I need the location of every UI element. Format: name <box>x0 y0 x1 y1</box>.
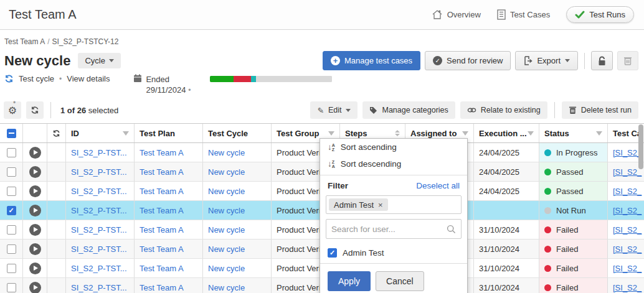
bullet: • <box>4 96 644 107</box>
filter-icon[interactable] <box>328 131 334 136</box>
test-run-id-link[interactable]: SI_S2_P-TST... <box>71 283 127 292</box>
select-all-checkbox[interactable] <box>7 129 16 138</box>
vertical-scrollbar[interactable] <box>638 124 643 169</box>
run-test-icon[interactable] <box>29 166 41 178</box>
run-test-icon[interactable] <box>29 205 41 216</box>
test-plan-link[interactable]: Test Team A <box>140 283 184 292</box>
status-label: Passed <box>556 187 583 196</box>
header-test-cycle[interactable]: Test Cycle <box>203 124 272 142</box>
header-id[interactable]: ID <box>66 124 135 142</box>
test-case-link[interactable]: [SI_S2_ <box>613 264 642 273</box>
run-test-icon[interactable] <box>29 243 41 255</box>
tab-test-runs[interactable]: Test Runs <box>566 6 634 23</box>
progress-bar <box>210 76 332 82</box>
test-cycle-link[interactable]: New cycle <box>208 244 245 254</box>
sort-ascending-item[interactable]: ↓AZ Sort ascending <box>320 139 467 156</box>
test-cycle-link[interactable]: New cycle <box>208 187 245 196</box>
test-run-id-link[interactable]: SI_S2_P-TST... <box>71 244 127 254</box>
user-search-input[interactable] <box>331 225 447 234</box>
filter-icon[interactable] <box>596 131 602 136</box>
row-checkbox[interactable] <box>7 148 16 157</box>
breadcrumb-current[interactable]: SI_S2_P-TSTCY-12 <box>52 37 119 46</box>
test-plan-link[interactable]: Test Team A <box>140 206 184 215</box>
sort-icon[interactable] <box>395 130 400 136</box>
meta-row: Test cycle • View details Ended 29/11/20… <box>0 70 644 96</box>
select-all-cell[interactable] <box>0 124 23 142</box>
row-checkbox[interactable] <box>7 167 16 177</box>
title-row: New cycle Cycle + Manage test cases ✓ Se… <box>0 46 644 70</box>
tab-overview[interactable]: Overview <box>432 9 481 20</box>
send-for-review-label: Send for review <box>447 56 503 65</box>
breadcrumb-root[interactable]: Test Team A <box>4 37 45 46</box>
header-test-plan[interactable]: Test Plan <box>135 124 203 142</box>
manage-categories-label: Manage categories <box>382 106 448 114</box>
test-run-id-link[interactable]: SI_S2_P-TST... <box>71 167 127 177</box>
cancel-button[interactable]: Cancel <box>376 271 424 291</box>
test-cycle-link[interactable]: New cycle <box>208 148 245 157</box>
test-case-link[interactable]: [SI_S2_ <box>613 244 642 254</box>
test-case-link[interactable]: [SI_S2_ <box>613 283 642 292</box>
test-run-id-link[interactable]: SI_S2_P-TST... <box>71 187 127 196</box>
send-for-review-button[interactable]: ✓ Send for review <box>425 51 511 70</box>
filter-icon[interactable] <box>528 131 534 136</box>
row-checkbox[interactable] <box>7 283 16 292</box>
tab-test-cases[interactable]: Test Cases <box>497 9 550 20</box>
row-checkbox[interactable] <box>7 225 16 235</box>
row-checkbox[interactable] <box>7 264 16 273</box>
cycle-type-button[interactable]: Cycle <box>78 53 121 68</box>
user-option-label: Admin Test <box>343 248 384 258</box>
manage-test-cases-button[interactable]: + Manage test cases <box>323 51 420 70</box>
test-plan-link[interactable]: Test Team A <box>140 225 184 235</box>
test-case-link[interactable]: [SI_S2_ <box>613 148 642 157</box>
run-test-icon[interactable] <box>29 282 41 293</box>
row-checkbox[interactable] <box>7 206 16 215</box>
status-dot <box>544 149 551 156</box>
test-run-id-link[interactable]: SI_S2_P-TST... <box>71 225 127 235</box>
header-status[interactable]: Status <box>539 124 608 142</box>
run-test-icon[interactable] <box>29 147 41 159</box>
test-plan-link[interactable]: Test Team A <box>140 187 184 196</box>
status-dot <box>544 226 551 233</box>
test-case-link[interactable]: [SI_S2_ <box>613 187 642 196</box>
test-cycle-link[interactable]: New cycle <box>208 283 245 292</box>
view-details-link[interactable]: View details <box>67 74 110 83</box>
filter-icon[interactable] <box>123 131 129 136</box>
test-plan-link[interactable]: Test Team A <box>140 264 184 273</box>
test-cycle-link[interactable]: New cycle <box>208 167 245 177</box>
test-case-link[interactable]: [SI_S2_ <box>613 167 642 177</box>
deselect-all-link[interactable]: Deselect all <box>416 181 460 190</box>
sort-descending-icon: ↓ZA <box>328 159 335 169</box>
test-case-link[interactable]: [SI_S2_ <box>613 206 642 215</box>
test-run-id-link[interactable]: SI_S2_P-TST... <box>71 148 127 157</box>
test-cycle-link[interactable]: New cycle <box>208 206 245 215</box>
run-test-icon[interactable] <box>29 185 41 197</box>
test-cycle-link[interactable]: New cycle <box>208 225 245 235</box>
user-option-checkbox[interactable] <box>328 248 337 258</box>
selected-filters-box[interactable]: Admin Test × <box>326 195 462 214</box>
apply-button[interactable]: Apply <box>328 271 371 291</box>
row-checkbox[interactable] <box>7 187 16 196</box>
test-case-link[interactable]: [SI_S2_ <box>613 225 642 235</box>
test-plan-link[interactable]: Test Team A <box>140 167 184 177</box>
run-test-icon[interactable] <box>29 263 41 274</box>
sort-descending-item[interactable]: ↓ZA Sort descending <box>320 156 467 172</box>
delete-button[interactable] <box>617 51 638 70</box>
execution-date: 24/04/2025 <box>479 148 519 157</box>
run-test-icon[interactable] <box>29 224 41 236</box>
test-plan-link[interactable]: Test Team A <box>140 148 184 157</box>
user-option-row[interactable]: Admin Test <box>320 244 467 264</box>
home-icon <box>432 9 443 20</box>
test-cycle-link[interactable]: New cycle <box>208 264 245 273</box>
sort-descending-label: Sort descending <box>341 159 402 169</box>
header-execution[interactable]: Execution ... <box>474 124 539 142</box>
remove-chip-icon[interactable]: × <box>378 200 383 210</box>
filter-icon[interactable] <box>462 131 468 136</box>
test-plan-link[interactable]: Test Team A <box>140 244 184 254</box>
export-button[interactable]: Export <box>515 51 578 70</box>
lock-button[interactable] <box>591 51 613 70</box>
status-label: In Progress <box>556 148 597 157</box>
status-label: Passed <box>556 167 583 177</box>
row-checkbox[interactable] <box>7 244 16 254</box>
test-run-id-link[interactable]: SI_S2_P-TST... <box>71 206 127 215</box>
test-run-id-link[interactable]: SI_S2_P-TST... <box>71 264 127 273</box>
